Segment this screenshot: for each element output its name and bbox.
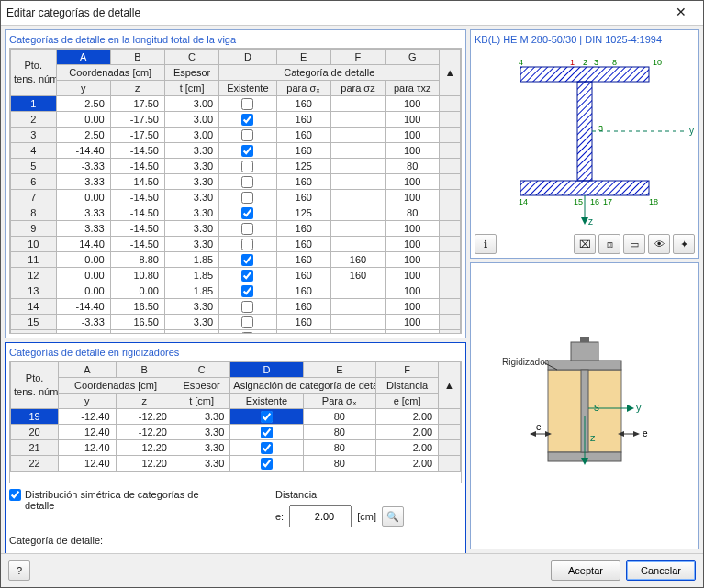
exist-checkbox[interactable] <box>241 207 253 219</box>
exist-checkbox[interactable] <box>241 114 253 126</box>
exist-checkbox[interactable] <box>241 239 253 250</box>
svg-rect-3 <box>520 181 649 195</box>
table-row[interactable]: 83.33-14.503.3012580 <box>11 205 461 221</box>
svg-text:4: 4 <box>519 58 523 67</box>
table-row[interactable]: 1014.40-14.503.30160100 <box>11 237 461 252</box>
view1-icon[interactable]: ⌧ <box>574 234 596 254</box>
beam-categories-group: Categorías de detalle en la longitud tot… <box>5 29 466 338</box>
table-row[interactable]: 110.00-8.801.85160160100 <box>11 252 461 268</box>
exist-checkbox[interactable] <box>241 285 253 297</box>
cancel-button[interactable]: Cancelar <box>626 560 696 581</box>
t2-col-D[interactable]: D <box>230 362 303 378</box>
info-icon[interactable]: ℹ <box>475 234 497 254</box>
symmetric-checkbox[interactable] <box>9 489 21 501</box>
table1-scroll[interactable]: Pto.tens. núm.ABCDEFG▲Coordenadas [cm]Es… <box>9 48 462 334</box>
table-row[interactable]: 19-12.40-12.203.30802.00 <box>11 409 461 425</box>
svg-text:14: 14 <box>519 197 528 206</box>
svg-text:y: y <box>636 402 642 413</box>
group1-title: Categorías de detalle en la longitud tot… <box>9 34 462 45</box>
t1-col-G[interactable]: G <box>386 50 440 65</box>
symmetric-checkbox-label[interactable]: Distribución simétrica de categorías de … <box>9 489 229 511</box>
table-row[interactable]: 160.0016.503.30160100 <box>11 330 461 335</box>
svg-text:10: 10 <box>653 58 662 67</box>
svg-text:2: 2 <box>583 58 587 67</box>
table-row[interactable]: 5-3.33-14.503.3012580 <box>11 159 461 174</box>
exist-checkbox[interactable] <box>261 427 273 438</box>
exist-checkbox[interactable] <box>241 145 253 157</box>
table-row[interactable]: 120.0010.801.85160160100 <box>11 268 461 283</box>
exist-checkbox[interactable] <box>241 332 253 334</box>
section-diagram: 4 1 2 3 8 10 3 y 14 15 16 17 18 <box>475 49 695 232</box>
t1-col-D[interactable]: D <box>219 50 276 65</box>
svg-text:1: 1 <box>570 58 575 67</box>
t2-col-F[interactable]: F <box>376 362 439 378</box>
table-row[interactable]: 21-12.4012.203.30802.00 <box>11 440 461 456</box>
t1-col-F[interactable]: F <box>330 50 385 65</box>
exist-checkbox[interactable] <box>241 270 253 282</box>
distance-pick-icon[interactable]: 🔍 <box>382 506 404 527</box>
exist-checkbox[interactable] <box>241 301 253 313</box>
section-title: KB(L) HE M 280-50/30 | DIN 1025-4:1994 <box>475 34 695 45</box>
exist-checkbox[interactable] <box>241 316 253 328</box>
stiff-label: Rigidizador <box>502 357 549 367</box>
table-row[interactable]: 70.00-14.503.30160100 <box>11 190 461 205</box>
exist-checkbox[interactable] <box>241 223 253 235</box>
table-row[interactable]: 93.33-14.503.30160100 <box>11 221 461 237</box>
exist-checkbox[interactable] <box>241 129 253 141</box>
table2[interactable]: Pto.tens. núm.ABCDEF▲Coordenadas [cm]Esp… <box>10 361 461 472</box>
exist-checkbox[interactable] <box>241 161 253 172</box>
table-row[interactable]: 15-3.3316.503.30160100 <box>11 315 461 330</box>
svg-rect-22 <box>548 361 621 370</box>
table-row[interactable]: 4-14.40-14.503.30160100 <box>11 143 461 159</box>
category-label: Categoría de detalle: <box>9 535 103 546</box>
svg-text:s: s <box>594 401 599 414</box>
t2-col-A[interactable]: A <box>59 362 116 378</box>
svg-rect-25 <box>571 342 598 361</box>
svg-rect-1 <box>520 67 649 82</box>
help-icon[interactable]: ? <box>8 560 30 581</box>
exist-checkbox[interactable] <box>261 411 273 423</box>
exist-checkbox[interactable] <box>241 192 253 204</box>
exist-checkbox[interactable] <box>261 458 273 470</box>
svg-text:17: 17 <box>603 197 612 206</box>
t2-col-E[interactable]: E <box>303 362 375 378</box>
exist-checkbox[interactable] <box>241 254 253 266</box>
svg-text:8: 8 <box>612 58 617 67</box>
exist-checkbox[interactable] <box>241 98 253 110</box>
svg-text:z: z <box>590 432 596 443</box>
t1-col-B[interactable]: B <box>110 50 164 65</box>
tool-icon[interactable]: ✦ <box>673 234 695 254</box>
svg-marker-36 <box>530 431 536 437</box>
table-row[interactable]: 14-14.4016.503.30160100 <box>11 299 461 315</box>
accept-button[interactable]: Aceptar <box>551 560 620 581</box>
svg-text:e: e <box>536 422 542 432</box>
t2-col-B[interactable]: B <box>116 362 173 378</box>
stiffener-diagram: Rigidizador s y z e e <box>470 262 699 549</box>
t1-col-A[interactable]: A <box>56 50 110 65</box>
table-row[interactable]: 1-2.50-17.503.00160100 <box>11 96 461 112</box>
t1-rownum-hdr: Pto.tens. núm. <box>11 50 57 96</box>
symmetric-text: Distribución simétrica de categorías de … <box>25 489 229 511</box>
table-row[interactable]: 2212.4012.203.30802.00 <box>11 456 461 472</box>
view2-icon[interactable]: ⧈ <box>598 234 620 254</box>
t1-col-C[interactable]: C <box>164 50 218 65</box>
distance-input[interactable] <box>289 505 352 527</box>
table2-scroll[interactable]: Pto.tens. núm.ABCDEF▲Coordenadas [cm]Esp… <box>9 361 462 483</box>
t2-col-C[interactable]: C <box>173 362 229 378</box>
table-row[interactable]: 130.000.001.85160100 <box>11 283 461 299</box>
distance-unit: [cm] <box>357 511 376 522</box>
table-row[interactable]: 32.50-17.503.00160100 <box>11 128 461 143</box>
table-row[interactable]: 20.00-17.503.00160100 <box>11 112 461 128</box>
exist-checkbox[interactable] <box>241 176 253 188</box>
table-row[interactable]: 6-3.33-14.503.30160100 <box>11 174 461 190</box>
dimensions-icon[interactable]: ▭ <box>623 234 645 254</box>
t1-col-E[interactable]: E <box>276 50 330 65</box>
table-row[interactable]: 2012.40-12.203.30802.00 <box>11 425 461 440</box>
svg-text:y: y <box>689 126 694 136</box>
table1[interactable]: Pto.tens. núm.ABCDEFG▲Coordenadas [cm]Es… <box>10 49 461 334</box>
close-icon[interactable]: ✕ <box>665 4 698 22</box>
svg-text:3: 3 <box>594 58 598 67</box>
eye-icon[interactable]: 👁 <box>648 234 670 254</box>
exist-checkbox[interactable] <box>261 442 273 454</box>
svg-text:15: 15 <box>574 197 583 206</box>
